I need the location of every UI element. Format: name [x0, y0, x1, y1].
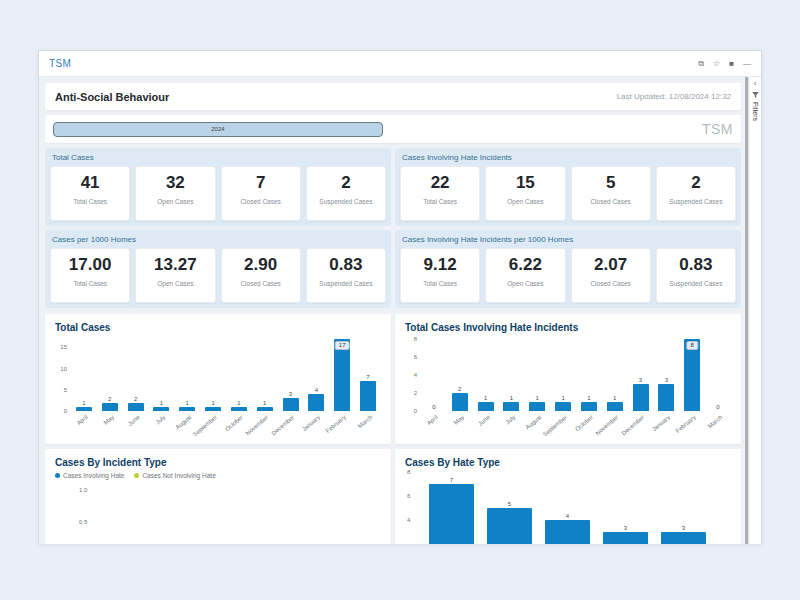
bar-value-label: 5: [508, 501, 511, 507]
y-tick-label: 10: [60, 366, 67, 372]
bar[interactable]: 8: [684, 339, 700, 411]
kpi-group: Cases per 1000 Homes17.00Total Cases13.2…: [45, 230, 391, 308]
category-label: March: [355, 411, 381, 437]
chart-title: Total Cases Involving Hate Incidents: [405, 322, 731, 333]
chart-body: 86420021111113380AprilMayJuneJulyAugustS…: [405, 339, 731, 437]
bar-value-label: 1: [561, 395, 564, 401]
chart-legend: Cases Involving HateCases Not Involving …: [55, 472, 381, 479]
kpi-label: Suspended Cases: [659, 280, 733, 287]
category-label: March: [705, 411, 731, 437]
kpi-card[interactable]: 13.27Open Cases: [135, 248, 215, 303]
minimize-icon[interactable]: —: [743, 60, 751, 68]
plot-area: 021111113380AprilMayJuneJulyAugustSeptem…: [421, 339, 731, 437]
bar[interactable]: [529, 402, 545, 411]
bar-value-label: 1: [536, 395, 539, 401]
kpi-group: Cases Involving Hate Incidents22Total Ca…: [395, 148, 741, 226]
year-slicer[interactable]: 2024: [53, 122, 383, 137]
bar[interactable]: [308, 394, 324, 411]
bar[interactable]: [429, 484, 474, 544]
kpi-card[interactable]: 17.00Total Cases: [50, 248, 130, 303]
data-label-chip: 8: [687, 341, 698, 350]
legend-item[interactable]: Cases Not Involving Hate: [134, 472, 215, 479]
bar[interactable]: [487, 508, 532, 544]
bar[interactable]: [581, 402, 597, 411]
bar-value-label: 2: [108, 396, 111, 402]
kpi-card[interactable]: 0.83Suspended Cases: [656, 248, 736, 303]
kpi-value: 9.12: [403, 256, 477, 275]
bar[interactable]: [360, 381, 376, 411]
bar[interactable]: [102, 403, 118, 411]
kpi-card[interactable]: 5Closed Cases: [571, 166, 651, 221]
kpi-card[interactable]: 0.83Suspended Cases: [306, 248, 386, 303]
kpi-card[interactable]: 15Open Cases: [485, 166, 565, 221]
bar-slot: 1: [226, 400, 252, 411]
bar[interactable]: [658, 384, 674, 411]
category-label: May: [447, 411, 473, 437]
filters-pane-label: Filters: [752, 102, 759, 121]
category-label: April: [71, 411, 97, 437]
kpi-card[interactable]: 41Total Cases: [50, 166, 130, 221]
bar-slot: 3: [628, 377, 654, 411]
kpi-card[interactable]: 22Total Cases: [400, 166, 480, 221]
kpi-value: 5: [574, 174, 648, 193]
legend-item[interactable]: Cases Involving Hate: [55, 472, 124, 479]
bar[interactable]: 17: [334, 339, 350, 411]
bar-value-label: 1: [510, 395, 513, 401]
share-icon[interactable]: ⧉: [698, 60, 704, 68]
bar[interactable]: [661, 532, 706, 544]
expand-filters-icon[interactable]: ‹: [754, 80, 757, 88]
kpi-label: Closed Cases: [574, 280, 648, 287]
kpi-label: Open Cases: [138, 198, 212, 205]
y-tick-label: 5: [64, 387, 67, 393]
category-label: September: [200, 411, 226, 437]
tsm-watermark: TSM: [702, 121, 733, 137]
page-header: Anti-Social Behaviour Last Updated: 12/0…: [45, 83, 741, 110]
kpi-value: 13.27: [138, 256, 212, 275]
kpi-value: 0.83: [659, 256, 733, 275]
kpi-card[interactable]: 32Open Cases: [135, 166, 215, 221]
bar[interactable]: [283, 398, 299, 411]
kpi-group-title: Cases per 1000 Homes: [52, 235, 386, 244]
bar-slot: 0: [421, 404, 447, 411]
axis-chart: 1510501221111134177AprilMayJuneJulyAugus…: [55, 339, 381, 437]
kpi-card[interactable]: 2.07Closed Cases: [571, 248, 651, 303]
bars: 021111113380: [421, 339, 731, 411]
bar-slot: 3: [661, 525, 706, 544]
kpi-card[interactable]: 2.90Closed Cases: [221, 248, 301, 303]
category-label: February: [329, 411, 355, 437]
y-tick-label: 8: [407, 469, 410, 475]
kpi-value: 17.00: [53, 256, 127, 275]
bar[interactable]: [555, 402, 571, 411]
bar[interactable]: [603, 532, 648, 544]
bar[interactable]: [503, 402, 519, 411]
bar-value-label: 3: [682, 525, 685, 531]
stop-icon[interactable]: ■: [729, 60, 734, 68]
y-tick-label: 8: [414, 336, 417, 342]
kpi-card[interactable]: 2Suspended Cases: [656, 166, 736, 221]
category-axis: AprilMayJuneJulyAugustSeptemberOctoberNo…: [71, 411, 381, 437]
bar[interactable]: [545, 520, 590, 544]
kpi-card[interactable]: 6.22Open Cases: [485, 248, 565, 303]
bar-value-label: 3: [639, 377, 642, 383]
bar[interactable]: [607, 402, 623, 411]
bar[interactable]: [452, 393, 468, 411]
star-icon[interactable]: ☆: [713, 60, 720, 68]
bar-value-label: 7: [366, 374, 369, 380]
kpi-label: Open Cases: [488, 280, 562, 287]
bar[interactable]: [128, 403, 144, 411]
kpi-value: 0.83: [309, 256, 383, 275]
kpi-label: Open Cases: [488, 198, 562, 205]
toolbar-icons: ⧉ ☆ ■ —: [698, 60, 751, 68]
chart-incident-type: Cases By Incident Type Cases Involving H…: [45, 449, 391, 544]
y-axis: 151050: [55, 339, 71, 411]
bar[interactable]: [633, 384, 649, 411]
kpi-card[interactable]: 7Closed Cases: [221, 166, 301, 221]
kpi-card[interactable]: 2Suspended Cases: [306, 166, 386, 221]
kpi-cards: 41Total Cases32Open Cases7Closed Cases2S…: [50, 166, 386, 221]
chart-total-cases: Total Cases 1510501221111134177AprilMayJ…: [45, 314, 391, 444]
kpi-card[interactable]: 9.12Total Cases: [400, 248, 480, 303]
bar-value-label: 1: [484, 395, 487, 401]
bar[interactable]: [478, 402, 494, 411]
filters-pane-collapsed[interactable]: ‹ Filters: [748, 77, 761, 544]
page-title: Anti-Social Behaviour: [55, 91, 169, 103]
